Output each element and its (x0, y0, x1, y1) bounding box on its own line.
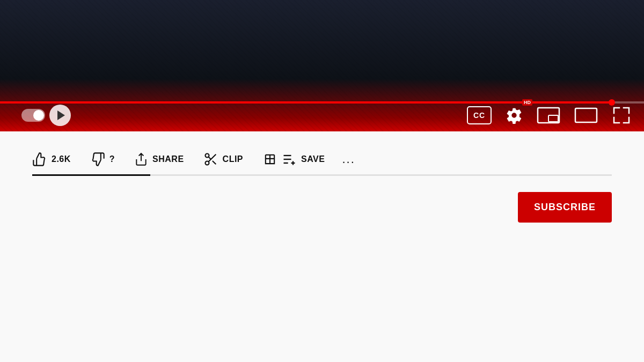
toggle-knob (33, 110, 44, 121)
subscribe-label: SUBSCRIBE (534, 202, 596, 212)
play-area (21, 105, 71, 126)
fullscreen-button[interactable] (610, 104, 633, 127)
share-button[interactable]: SHARE (125, 147, 194, 172)
bottom-section: SUBSCRIBE (0, 176, 644, 239)
tab-bar-active (32, 174, 150, 176)
svg-point-4 (205, 161, 209, 165)
save-label: SAVE (301, 154, 325, 164)
mini-player-icon (537, 107, 560, 124)
video-player: CC HD (0, 0, 644, 131)
clip-button[interactable]: CLIP (194, 146, 253, 172)
more-button[interactable]: ... (334, 147, 362, 172)
svg-point-3 (205, 154, 209, 158)
video-controls: CC HD (0, 104, 644, 127)
thumbs-up-icon (32, 152, 47, 167)
playlist-add-icon (282, 152, 297, 167)
fullscreen-icon (612, 106, 631, 125)
hd-badge: HD (522, 99, 532, 106)
clip-label: CLIP (223, 154, 243, 164)
save-button[interactable]: SAVE (253, 146, 334, 172)
save-icon (262, 152, 277, 167)
scissors-icon (203, 152, 218, 167)
theater-button[interactable] (572, 105, 600, 125)
tab-bar (32, 174, 612, 176)
gear-icon (506, 107, 523, 124)
dislike-button[interactable]: ? (80, 146, 125, 172)
svg-rect-2 (575, 108, 597, 122)
like-count: 2.6K (52, 154, 71, 164)
svg-rect-1 (548, 115, 558, 122)
share-icon (134, 152, 148, 166)
cc-button[interactable]: CC (465, 104, 494, 127)
subscribe-button[interactable]: SUBSCRIBE (518, 192, 612, 223)
play-icon (57, 110, 65, 120)
action-bar: 2.6K ? SHARE CLIP (0, 131, 644, 172)
dislike-label: ? (109, 154, 115, 164)
thumbs-down-icon (90, 152, 105, 167)
more-label: ... (342, 152, 355, 166)
theater-icon (574, 107, 598, 123)
settings-button[interactable]: HD (503, 105, 525, 126)
cc-icon: CC (467, 106, 492, 124)
like-button[interactable]: 2.6K (32, 146, 80, 172)
play-button[interactable] (49, 105, 71, 126)
share-label: SHARE (152, 154, 184, 164)
mini-player-button[interactable] (535, 105, 562, 126)
cc-label: CC (473, 111, 485, 120)
autoplay-toggle[interactable] (21, 109, 45, 122)
